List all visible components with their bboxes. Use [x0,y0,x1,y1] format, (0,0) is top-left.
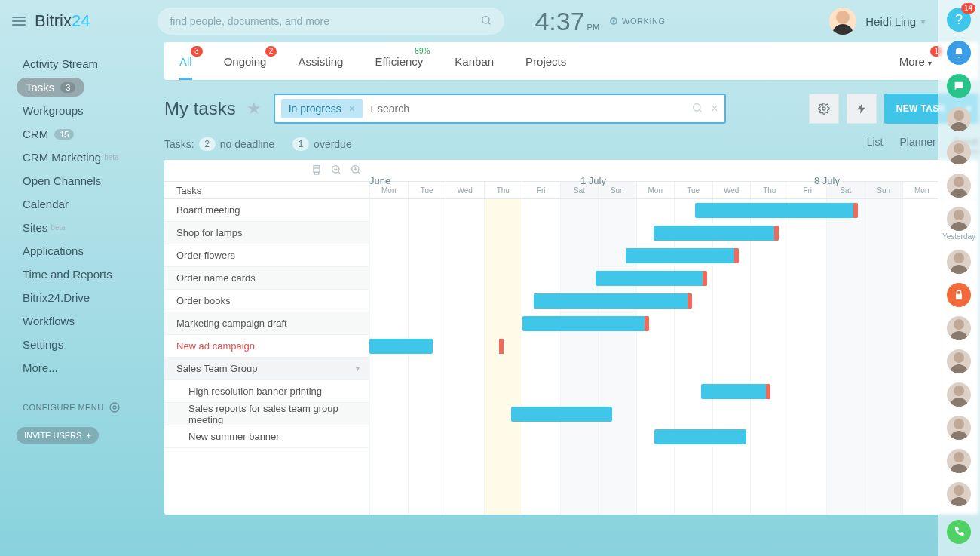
svg-rect-5 [314,168,320,172]
user-menu[interactable]: Heidi Ling ▾ [829,8,926,35]
bell-icon [953,47,965,59]
task-row[interactable]: Marketing campaign draft [164,312,369,335]
gantt-bar[interactable] [596,271,707,286]
filter-box[interactable]: In progress× × [274,94,726,124]
gantt-bar[interactable] [701,384,770,399]
chip-remove-icon[interactable]: × [349,103,355,115]
gantt-bar[interactable] [534,293,692,309]
contact-avatar[interactable] [947,140,971,164]
gantt-bar[interactable] [654,226,779,241]
help-badge: 14 [961,3,975,14]
gantt-chart[interactable] [369,199,978,515]
task-row[interactable]: Order books [164,290,369,312]
sidebar-item-time-and-reports[interactable]: Time and Reports [0,263,164,285]
contact-avatar[interactable] [947,349,971,373]
print-icon[interactable] [311,164,323,178]
svg-point-3 [694,103,700,110]
sidebar-item-tasks[interactable]: Tasks3 [17,78,84,97]
tab-projects[interactable]: Projects [525,55,566,68]
settings-button[interactable] [809,94,839,124]
gantt-bar[interactable] [511,407,612,422]
contact-avatar[interactable] [947,207,971,231]
sidebar-item-sites[interactable]: Sitesbeta [0,217,164,238]
filter-input[interactable] [369,103,691,115]
automation-button[interactable] [847,94,877,124]
tab-assisting[interactable]: Assisting [298,55,343,68]
tab-more[interactable]: More ▾1 [899,55,932,68]
global-search-input[interactable] [170,15,480,27]
summary-count: 2 [199,137,216,151]
task-row[interactable]: High resolution banner printing [164,380,369,403]
summary-label: Tasks: [164,138,194,150]
brand-logo: Bitrix24 [35,11,90,31]
contact-avatar[interactable] [947,382,971,407]
search-icon[interactable] [480,14,492,29]
menu-toggle-icon[interactable] [12,17,26,26]
svg-point-4 [822,107,825,110]
user-name: Heidi Ling [865,15,916,28]
tab-efficiency[interactable]: Efficiency89% [375,55,423,68]
tabs-bar: All3Ongoing2AssistingEfficiency89%Kanban… [164,42,978,80]
zoom-in-icon[interactable] [350,164,362,178]
tab-ongoing[interactable]: Ongoing2 [224,55,267,68]
task-row[interactable]: Order flowers [164,244,369,267]
sidebar-item-more-[interactable]: More... [0,357,164,379]
tasks-header: Tasks [164,182,369,198]
lock-icon [953,289,965,301]
sidebar-item-applications[interactable]: Applications [0,240,164,262]
lock-button[interactable] [947,283,971,307]
sidebar-item-calendar[interactable]: Calendar [0,193,164,215]
sidebar-item-crm[interactable]: CRM15 [0,123,164,145]
sidebar-item-crm-marketing[interactable]: CRM Marketingbeta [0,146,164,168]
sidebar-item-workgroups[interactable]: Workgroups [0,100,164,121]
sidebar-item-workflows[interactable]: Workflows [0,310,164,332]
gantt-bar[interactable] [654,429,746,444]
gantt-panel: June1 July8 July Tasks MonTueWedThuFriSa… [164,160,978,515]
view-list[interactable]: List [867,136,884,152]
filter-chip[interactable]: In progress× [281,99,363,118]
sidebar-item-settings[interactable]: Settings [0,333,164,355]
clear-icon[interactable]: × [711,102,718,116]
task-row[interactable]: Sales reports for sales team group meeti… [164,403,369,425]
star-icon[interactable]: ★ [247,99,262,118]
working-status[interactable]: WORKING [610,17,666,26]
search-icon[interactable] [691,102,703,116]
invite-users-button[interactable]: INVITE USERS + [17,427,99,444]
notifications-button[interactable] [947,41,971,65]
task-row[interactable]: New summer banner [164,425,369,448]
task-row[interactable]: New ad campaign [164,335,369,358]
contact-avatar[interactable] [947,482,971,506]
gantt-bar[interactable] [626,248,739,263]
sidebar-item-open-channels[interactable]: Open Channels [0,170,164,192]
sidebar-item-activity-stream[interactable]: Activity Stream [0,53,164,75]
call-button[interactable] [947,520,971,544]
contact-avatar[interactable] [947,174,971,198]
contact-avatar[interactable] [947,107,971,131]
gantt-bar[interactable] [695,203,858,218]
summary-text: no deadline [220,138,274,150]
gantt-bar[interactable] [522,316,649,331]
svg-point-0 [482,16,489,23]
task-row[interactable]: Shop for lamps [164,222,369,244]
task-row[interactable]: Board meeting [164,199,369,222]
contact-avatar[interactable] [947,416,971,440]
chat-button[interactable] [947,74,971,98]
configure-menu-button[interactable]: CONFIGURE MENU [23,401,164,413]
task-list: Board meetingShop for lampsOrder flowers… [164,199,369,515]
global-search[interactable] [158,8,504,35]
gantt-bar[interactable] [369,339,433,354]
contact-avatar[interactable] [947,250,971,274]
tab-all[interactable]: All3 [179,55,192,68]
contact-avatar[interactable] [947,316,971,340]
chevron-down-icon: ▾ [920,15,926,27]
contact-avatar[interactable] [947,449,971,473]
view-planner[interactable]: Planner [899,136,936,152]
zoom-out-icon[interactable] [330,164,342,178]
rail-separator-label: Yesterday [942,232,975,241]
task-row[interactable]: Order name cards [164,267,369,290]
sidebar-item-bitrix24-drive[interactable]: Bitrix24.Drive [0,287,164,309]
help-button[interactable]: ? 14 [947,8,971,32]
task-group[interactable]: Sales Team Group [164,358,369,380]
tab-kanban[interactable]: Kanban [455,55,494,68]
page-title: My tasks [164,98,236,119]
